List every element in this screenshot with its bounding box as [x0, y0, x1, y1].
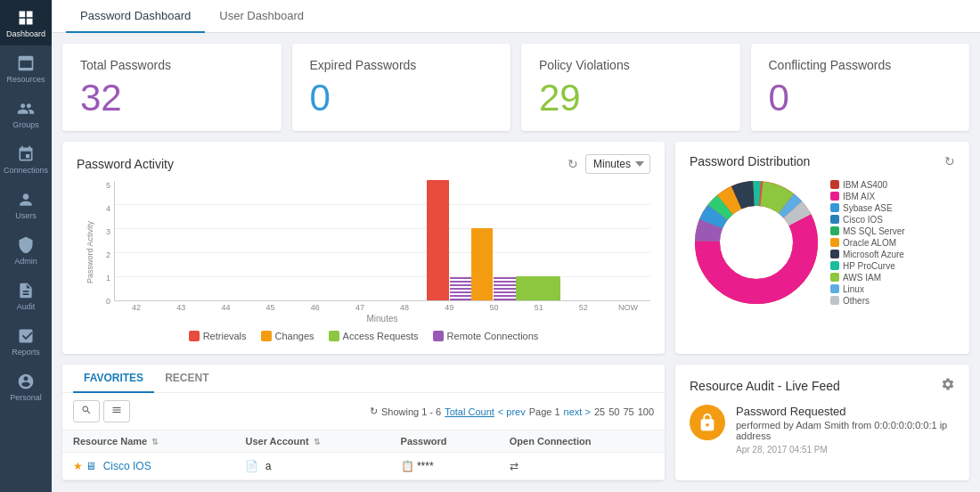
- time-select[interactable]: Minutes Hours Days: [585, 154, 650, 174]
- refresh-icon[interactable]: ↻: [568, 157, 578, 171]
- chart-legend: Retrievals Changes Access Requests Remot…: [77, 331, 650, 341]
- sidebar-item-label: Admin: [14, 257, 37, 266]
- sidebar-item-reports[interactable]: Reports: [0, 318, 52, 364]
- favorites-toolbar: ↻ Showing 1 - 6 Total Count < prev Page …: [62, 393, 665, 430]
- password-activity-card: Password Activity ↻ Minutes Hours Days P…: [62, 142, 665, 354]
- legend-changes: Changes: [261, 331, 314, 341]
- middle-row: Password Activity ↻ Minutes Hours Days P…: [62, 142, 969, 354]
- bar-remote-49: [450, 276, 471, 300]
- sidebar-item-users[interactable]: Users: [0, 182, 52, 227]
- sidebar-item-groups[interactable]: Groups: [0, 91, 52, 136]
- legend-label-changes: Changes: [275, 331, 314, 341]
- stat-value-total-passwords: 32: [80, 79, 264, 117]
- admin-icon: [17, 236, 35, 254]
- sort-icon-user[interactable]: ⇅: [314, 438, 321, 447]
- password-request-icon: [698, 413, 717, 432]
- tab-user-dashboard[interactable]: User Dashboard: [205, 0, 318, 33]
- sidebar-item-connections[interactable]: Connections: [0, 136, 52, 182]
- legend-color-retrievals: [189, 331, 200, 341]
- resource-name-link[interactable]: Cisco IOS: [103, 460, 151, 472]
- legend-aws-iam: AWS IAM: [830, 273, 905, 283]
- per-page-50[interactable]: 50: [608, 406, 619, 417]
- sidebar-item-label: Resources: [6, 75, 45, 84]
- sidebar-item-resources[interactable]: Resources: [0, 45, 52, 91]
- tab-favorites[interactable]: FAVORITES: [73, 365, 154, 393]
- sidebar-item-audit[interactable]: Audit: [0, 273, 52, 318]
- prev-link[interactable]: < prev: [498, 406, 526, 417]
- favorites-card: FAVORITES RECENT ↻ Showing 1 - 6: [62, 365, 665, 480]
- bars-area: [114, 181, 650, 301]
- donut-legend: IBM AS400 IBM AIX Sybase ASE Cisco: [830, 180, 905, 306]
- donut-chart: [690, 176, 823, 309]
- audit-avatar: [690, 405, 725, 440]
- col-resource-name: Resource Name ⇅: [62, 430, 234, 453]
- refresh-icon-small[interactable]: ↻: [370, 406, 378, 417]
- audit-event-timestamp: Apr 28, 2017 04:51 PM: [736, 445, 955, 455]
- tab-recent[interactable]: RECENT: [154, 365, 219, 393]
- password-icon: 📋: [401, 460, 414, 472]
- tab-password-dashboard[interactable]: Password Dashboard: [66, 0, 205, 33]
- next-link[interactable]: next >: [564, 406, 591, 417]
- sidebar-item-dashboard[interactable]: Dashboard: [0, 0, 52, 45]
- col-password: Password: [390, 430, 499, 453]
- donut-content: IBM AS400 IBM AIX Sybase ASE Cisco: [690, 176, 955, 309]
- cell-user-account: 📄 a: [234, 453, 389, 480]
- list-icon: [111, 405, 122, 415]
- legend-others: Others: [830, 296, 905, 306]
- favorites-table: Resource Name ⇅ User Account ⇅ Password …: [62, 430, 665, 480]
- connection-icon[interactable]: ⇄: [510, 460, 519, 472]
- dashboard-icon: [17, 9, 35, 27]
- sidebar-item-admin[interactable]: Admin: [0, 227, 52, 273]
- legend-label-retrievals: Retrievals: [203, 331, 247, 341]
- donut-refresh-icon[interactable]: ↻: [944, 154, 955, 168]
- audit-title: Resource Audit - Live Feed: [690, 379, 840, 393]
- legend-hp-procurve: HP ProCurve: [830, 261, 905, 271]
- legend-remote-connections: Remote Connections: [433, 331, 539, 341]
- bar-remote-50: [494, 276, 515, 300]
- legend-cisco-ios: Cisco IOS: [830, 215, 905, 225]
- sidebar-item-label: Users: [15, 211, 37, 220]
- per-page-75[interactable]: 75: [623, 406, 633, 417]
- user-account-icon: 📄: [245, 460, 258, 472]
- stat-title-total-passwords: Total Passwords: [80, 58, 264, 72]
- favorite-star[interactable]: ★: [73, 460, 83, 472]
- x-axis-title: Minutes: [114, 314, 650, 324]
- per-page-100[interactable]: 100: [638, 406, 654, 417]
- sort-icon-resource[interactable]: ⇅: [151, 438, 159, 447]
- favorites-tabs: FAVORITES RECENT: [62, 365, 665, 393]
- toolbar-info: ↻ Showing 1 - 6 Total Count < prev Page …: [370, 406, 654, 417]
- cell-resource-name: ★ 🖥 Cisco IOS: [62, 453, 234, 480]
- gear-icon: [941, 377, 955, 391]
- password-value: ****: [417, 460, 434, 472]
- sidebar-item-label: Reports: [12, 348, 40, 357]
- legend-color-access: [329, 331, 339, 341]
- col-user-account: User Account ⇅: [234, 430, 389, 453]
- legend-color-changes: [261, 331, 272, 341]
- connections-icon: [17, 145, 35, 163]
- stat-title-expired-passwords: Expired Passwords: [310, 58, 494, 72]
- audit-settings-button[interactable]: [941, 377, 955, 394]
- search-button[interactable]: [73, 400, 100, 422]
- audit-event-description: performed by Adam Smith from 0:0:0:0:0:0…: [736, 420, 955, 441]
- legend-microsoft-azure: Microsoft Azure: [830, 250, 905, 259]
- legend-ibm-aix: IBM AIX: [830, 192, 905, 201]
- stat-value-policy-violations: 29: [539, 79, 723, 117]
- main-tabs: Password Dashboard User Dashboard: [52, 0, 980, 33]
- per-page-25[interactable]: 25: [594, 406, 605, 417]
- stat-card-policy-violations: Policy Violations 29: [521, 44, 740, 131]
- list-view-button[interactable]: [103, 400, 130, 422]
- cell-connection: ⇄: [499, 453, 665, 480]
- showing-text: Showing 1 - 6: [381, 406, 441, 417]
- stat-card-expired-passwords: Expired Passwords 0: [292, 44, 511, 131]
- password-distribution-card: Password Distribution ↻: [675, 142, 969, 354]
- sidebar-item-label: Connections: [4, 166, 48, 175]
- bottom-row: FAVORITES RECENT ↻ Showing 1 - 6: [62, 365, 969, 480]
- total-count-link[interactable]: Total Count: [445, 406, 494, 417]
- search-icon: [81, 405, 92, 415]
- sidebar-item-personal[interactable]: Personal: [0, 364, 52, 409]
- audit-event: Password Requested performed by Adam Smi…: [690, 405, 955, 455]
- stat-value-expired-passwords: 0: [310, 79, 494, 117]
- stat-card-conflicting-passwords: Conflicting Passwords 0: [751, 44, 970, 131]
- col-open-connection: Open Connection: [499, 430, 665, 453]
- stat-title-conflicting-passwords: Conflicting Passwords: [769, 58, 952, 72]
